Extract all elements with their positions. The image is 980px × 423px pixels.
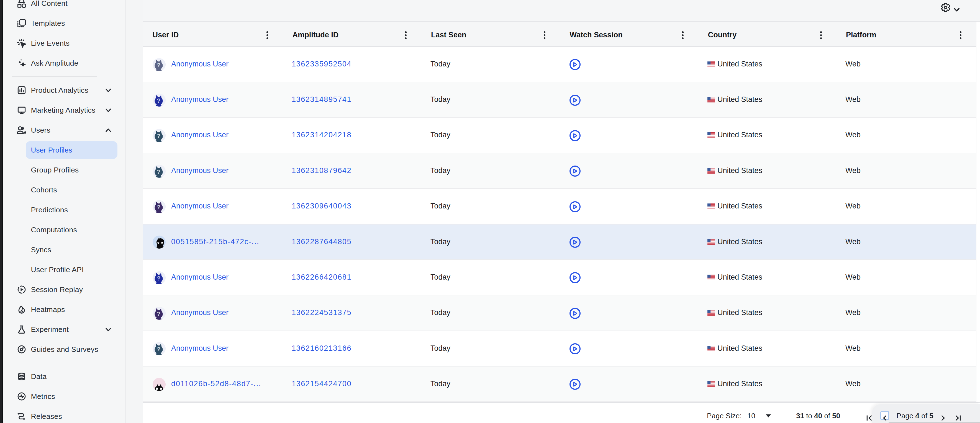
svg-text:?: ? — [157, 204, 161, 211]
svg-text:?: ? — [157, 311, 161, 317]
svg-text:?: ? — [157, 133, 161, 139]
svg-text:?: ? — [157, 97, 161, 104]
svg-text:?: ? — [157, 62, 161, 69]
svg-text:?: ? — [157, 346, 161, 353]
svg-text:?: ? — [157, 275, 161, 282]
svg-text:?: ? — [157, 168, 161, 175]
